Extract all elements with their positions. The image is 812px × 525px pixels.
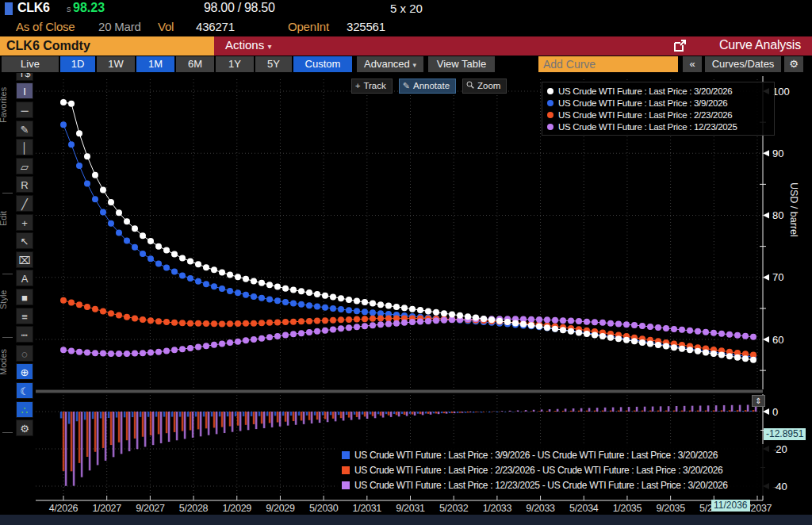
legend-label: US Crude WTI Future : Last Price : 12/23… [354,480,728,491]
zoom-label: Zoom [477,80,500,92]
spread-legend: US Crude WTI Future : Last Price : 3/9/2… [337,444,775,496]
legend-square-icon [342,451,350,459]
curves-dates-button[interactable]: Curves/Dates [705,56,781,72]
legend-label: US Crude WTI Future : Last Price : 2/23/… [558,110,732,120]
track-button[interactable]: +Track [351,79,393,94]
legend-row[interactable]: US Crude WTI Future : Last Price : 3/9/2… [547,97,769,109]
toolbar-gear-icon[interactable]: ⚙ [784,56,803,72]
legend-row[interactable]: US Crude WTI Future : Last Price : 3/20/… [547,85,769,97]
track-label: Track [363,80,385,92]
add-curve-input[interactable] [538,56,678,72]
as-of-date: 20 Mard [98,20,141,33]
svg-text:60: 60 [772,334,783,346]
open-int-value: 325561 [347,20,385,33]
track-icon: + [355,80,360,92]
chevron-down-icon: ▾ [412,61,416,69]
svg-text:80: 80 [772,209,783,221]
svg-text:5/2034: 5/2034 [569,503,599,514]
timeframe-1w[interactable]: 1W [97,56,135,72]
svg-text:100: 100 [772,86,790,98]
svg-text:5/2030: 5/2030 [309,503,339,514]
panel-drag-handle-icon[interactable]: ⇕ [752,395,765,407]
annotate-button[interactable]: ✎Annotate [399,79,456,94]
legend-dot-icon [547,112,553,118]
svg-text:5/2028: 5/2028 [179,503,209,514]
last-price: 98.23 [73,1,105,15]
svg-text:0: 0 [772,406,778,418]
export-icon[interactable] [673,39,687,52]
legend-label: US Crude WTI Future : Last Price : 2/23/… [354,465,722,476]
view-table-button[interactable]: View Table [428,56,495,72]
legend-dot-icon [547,124,553,130]
chevron-down-icon: ▾ [267,42,271,51]
timeframe-5y[interactable]: 5Y [255,56,292,72]
lot-size: 5 x 20 [390,2,423,15]
advanced-button[interactable]: Advanced ▾ [357,56,423,72]
open-int-label: OpenInt [288,20,329,33]
timeframe-live[interactable]: Live [2,56,59,72]
as-of-label: As of Close [16,20,75,33]
legend-dot-icon [547,100,553,106]
vol-label: Vol [158,20,174,33]
zoom-icon [466,80,474,92]
actions-menu[interactable]: Actions ▾ [225,38,271,52]
ticker-symbol: CLK6 [17,1,50,15]
crosshair-y-readout: -12.8951 [764,428,806,440]
title-bar: CLK6 Comdty Actions ▾ Curve Analysis [0,36,812,56]
svg-text:1/2035: 1/2035 [613,503,642,514]
svg-text:4/2026: 4/2026 [49,503,79,514]
chart-tool-buttons: +Track✎AnnotateZoom [351,79,507,94]
bid-ask: 98.00 / 98.50 [204,1,275,15]
timeframe-1m[interactable]: 1M [136,56,174,72]
svg-text:1/2033: 1/2033 [483,503,512,514]
svg-text:9/2031: 9/2031 [396,503,425,514]
svg-text:1/2029: 1/2029 [223,503,252,514]
legend-label: US Crude WTI Future : Last Price : 12/23… [558,122,737,132]
svg-text:70: 70 [772,271,783,283]
legend-label: US Crude WTI Future : Last Price : 3/20/… [558,86,732,96]
legend-dot-icon [547,88,553,94]
zoom-button[interactable]: Zoom [462,79,507,94]
svg-text:5/2032: 5/2032 [439,503,469,514]
chart-toolbar: Live1D1W1M6M1Y5YCustom Advanced ▾ View T… [0,56,812,73]
timeframe-custom[interactable]: Custom [293,56,352,72]
curve-legend: US Crude WTI Future : Last Price : 3/20/… [542,82,775,136]
legend-label: US Crude WTI Future : Last Price : 3/9/2… [354,450,718,461]
security-quote-row: CLK6 s 98.23 98.00 / 98.50 5 x 20 [0,0,812,17]
svg-text:9/2033: 9/2033 [526,503,555,514]
app-title: Curve Analysis [719,38,801,52]
legend-label: US Crude WTI Future : Last Price : 3/9/2… [558,98,727,108]
legend-row[interactable]: US Crude WTI Future : Last Price : 2/23/… [547,109,769,121]
svg-text:9/2035: 9/2035 [656,503,685,514]
svg-text:9/2027: 9/2027 [136,503,165,514]
timeframe-1d[interactable]: 1D [60,56,95,72]
svg-text:1/2027: 1/2027 [92,503,121,514]
vol-value: 436271 [196,20,235,33]
y-axis-title: USD / barrel [788,182,799,285]
annotate-icon: ✎ [403,80,410,92]
as-of-row: As of Close 20 Mard Vol 436271 OpenInt 3… [0,17,812,36]
security-field[interactable]: CLK6 Comdty [0,36,214,56]
legend-row[interactable]: US Crude WTI Future : Last Price : 2/23/… [342,462,770,477]
price-prefix: s [67,4,71,13]
annotate-label: Annotate [413,80,450,92]
ticker-marker [5,2,13,15]
timeframe-1y[interactable]: 1Y [216,56,254,72]
panel-splitter[interactable] [36,389,763,393]
svg-text:9/2029: 9/2029 [266,503,295,514]
crosshair-x-readout: 11/2036 [711,500,750,512]
collapse-button[interactable]: « [683,56,702,72]
bloomberg-terminal: { "security_bar": { "ticker": "CLK6", "p… [0,0,812,525]
timeframe-6m[interactable]: 6M [176,56,214,72]
legend-row[interactable]: US Crude WTI Future : Last Price : 12/23… [547,121,769,132]
svg-text:1/2031: 1/2031 [353,503,382,514]
svg-text:90: 90 [772,148,783,159]
legend-row[interactable]: US Crude WTI Future : Last Price : 3/9/2… [342,447,770,462]
legend-square-icon [342,466,350,474]
legend-square-icon [342,481,350,489]
legend-row[interactable]: US Crude WTI Future : Last Price : 12/23… [342,477,770,492]
